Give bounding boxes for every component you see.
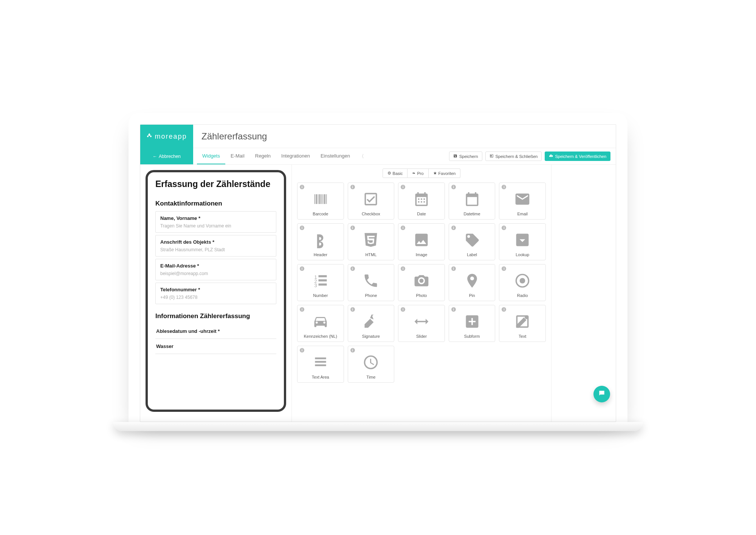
- info-icon[interactable]: i: [502, 185, 506, 189]
- info-icon[interactable]: i: [502, 226, 506, 230]
- info-icon[interactable]: i: [350, 226, 355, 230]
- brand-logo[interactable]: moreapp: [140, 125, 193, 148]
- section-heading-1: Kontaktinformationen: [155, 200, 276, 207]
- info-icon[interactable]: i: [300, 348, 304, 353]
- form-field[interactable]: Telefonnummer *+49 (0) 123 45678: [155, 283, 276, 304]
- widget-pin[interactable]: iPin: [449, 264, 496, 301]
- save-icon: [453, 154, 457, 159]
- widget-photo[interactable]: iPhoto: [398, 264, 445, 301]
- widget-email[interactable]: iEmail: [499, 182, 546, 220]
- chat-fab[interactable]: [593, 386, 610, 402]
- svg-rect-23: [315, 365, 326, 366]
- svg-rect-8: [418, 198, 420, 200]
- svg-rect-24: [600, 392, 603, 393]
- tab-e-mail[interactable]: E-Mail: [225, 148, 250, 164]
- widget-subform[interactable]: iSubform: [449, 305, 496, 342]
- widget-label: Signature: [362, 334, 380, 339]
- filter-tab-basic[interactable]: ⚙Basic: [383, 169, 408, 178]
- form-field[interactable]: Wasser: [155, 339, 276, 354]
- tab-integrationen[interactable]: Integrationen: [276, 148, 315, 164]
- widget-label: Phone: [365, 293, 377, 298]
- svg-rect-4: [321, 194, 322, 204]
- tab-einstellungen[interactable]: Einstellungen: [315, 148, 355, 164]
- info-icon[interactable]: i: [451, 226, 456, 230]
- phone-preview: Erfassung der Zählerstände Kontaktinform…: [146, 170, 286, 412]
- svg-rect-19: [318, 283, 327, 286]
- filter-tab-favoriten[interactable]: ★Favoriten: [429, 169, 461, 178]
- form-field[interactable]: Ablesedatum und -uhrzeit *: [155, 324, 276, 339]
- info-icon[interactable]: i: [451, 185, 456, 189]
- save-close-button[interactable]: Speichern & Schließen: [485, 152, 542, 161]
- info-icon[interactable]: i: [451, 307, 456, 312]
- widget-signature[interactable]: iSignature: [348, 305, 395, 342]
- topbar: moreapp Zählererfassung: [140, 125, 616, 148]
- widget-lookup[interactable]: iLookup: [499, 223, 546, 260]
- widget-label: Barcode: [313, 212, 328, 216]
- info-icon[interactable]: i: [350, 348, 355, 353]
- info-icon[interactable]: i: [300, 185, 304, 189]
- svg-rect-13: [423, 201, 425, 203]
- filter-icon: ★: [433, 171, 437, 176]
- svg-rect-5: [322, 194, 323, 204]
- laptop-frame: moreapp Zählererfassung ← Abbrechen Widg…: [129, 113, 627, 422]
- info-icon[interactable]: i: [451, 266, 456, 271]
- save-publish-button[interactable]: Speichern & Veröffentlichen: [545, 152, 610, 161]
- widget-label: Text: [519, 334, 526, 339]
- widget-time[interactable]: iTime: [348, 346, 395, 383]
- info-icon[interactable]: i: [350, 307, 355, 312]
- widget-car[interactable]: iKennzeichen (NL): [297, 305, 344, 342]
- logout-icon: [490, 154, 494, 159]
- signature-icon: [363, 310, 379, 333]
- field-placeholder: Straße Hausnummer, PLZ Stadt: [160, 247, 271, 252]
- field-label: E-Mail-Adresse *: [160, 263, 271, 269]
- svg-rect-17: [318, 275, 327, 277]
- widgets-grid: iBarcodeiCheckboxiDateiDatetimeiEmailiHe…: [297, 182, 546, 383]
- widget-checkbox[interactable]: iCheckbox: [348, 182, 395, 220]
- info-icon[interactable]: i: [350, 266, 355, 271]
- filter-tab-pro[interactable]: ❧Pro: [407, 169, 428, 178]
- info-icon[interactable]: i: [502, 307, 506, 312]
- time-icon: [363, 351, 379, 374]
- widget-label: Date: [417, 212, 426, 216]
- widget-label: Time: [366, 375, 375, 379]
- widget-label: Radio: [517, 293, 528, 298]
- header-icon: [312, 228, 329, 252]
- widget-number[interactable]: i123Number: [297, 264, 344, 301]
- date-icon: [413, 187, 430, 211]
- widget-text[interactable]: iText: [499, 305, 546, 342]
- info-icon[interactable]: i: [300, 266, 304, 271]
- info-icon[interactable]: i: [502, 266, 506, 271]
- tabs-collapse-arrow[interactable]: 〈: [355, 148, 368, 164]
- info-icon[interactable]: i: [350, 185, 355, 189]
- widget-phone[interactable]: iPhone: [348, 264, 395, 301]
- svg-rect-9: [421, 198, 422, 200]
- widget-textarea[interactable]: iText Area: [297, 346, 344, 383]
- info-icon[interactable]: i: [300, 226, 304, 230]
- info-icon[interactable]: i: [300, 307, 304, 312]
- widget-datetime[interactable]: iDatetime: [449, 182, 496, 220]
- widget-barcode[interactable]: iBarcode: [297, 182, 344, 220]
- widget-html[interactable]: iHTML: [348, 223, 395, 260]
- widget-label[interactable]: iLabel: [449, 223, 496, 260]
- save-button[interactable]: Speichern: [449, 152, 482, 161]
- info-icon[interactable]: i: [401, 307, 405, 312]
- cancel-button[interactable]: ← Abbrechen: [140, 148, 193, 164]
- widget-image[interactable]: iImage: [398, 223, 445, 260]
- tab-regeln[interactable]: Regeln: [250, 148, 276, 164]
- widget-radio[interactable]: iRadio: [499, 264, 546, 301]
- widget-date[interactable]: iDate: [398, 182, 445, 220]
- barcode-icon: [312, 187, 329, 211]
- form-field[interactable]: E-Mail-Adresse *beispiel@moreapp.com: [155, 259, 276, 280]
- cloud-upload-icon: [549, 154, 553, 159]
- info-icon[interactable]: i: [401, 185, 405, 189]
- widget-header[interactable]: iHeader: [297, 223, 344, 260]
- cancel-label: Abbrechen: [159, 154, 181, 159]
- widget-label: Slider: [416, 334, 427, 339]
- info-icon[interactable]: i: [401, 266, 405, 271]
- form-field[interactable]: Anschrift des Objekts *Straße Hausnummer…: [155, 235, 276, 257]
- tab-widgets[interactable]: Widgets: [197, 148, 225, 164]
- widgets-column: ⚙Basic❧Pro★Favoriten iBarcodeiCheckboxiD…: [291, 165, 552, 422]
- info-icon[interactable]: i: [401, 226, 405, 230]
- form-field[interactable]: Name, Vorname *Tragen Sie Name und Vorna…: [155, 211, 276, 233]
- widget-slider[interactable]: iSlider: [398, 305, 445, 342]
